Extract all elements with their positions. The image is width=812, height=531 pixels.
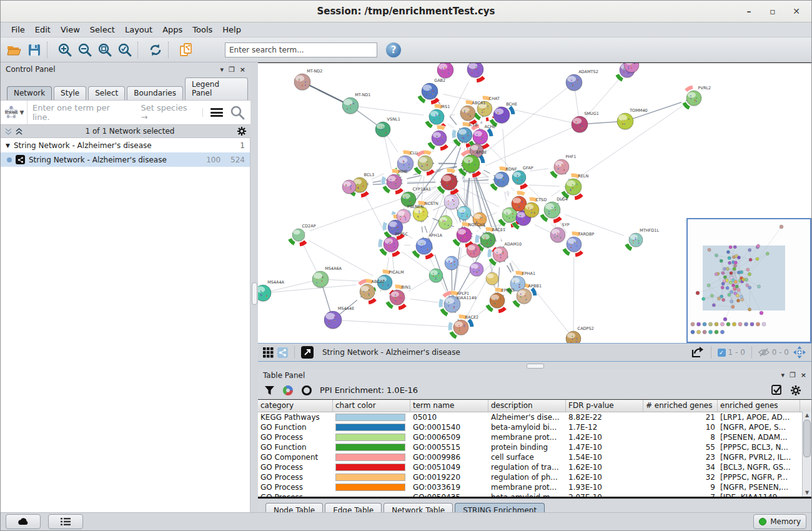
network-node[interactable]: [387, 174, 402, 190]
expand-triangle-icon[interactable]: ▼: [6, 142, 10, 149]
float-panel-icon[interactable]: ❐: [790, 371, 796, 379]
search-input[interactable]: [225, 42, 377, 57]
scroll-up-arrow[interactable]: ▲: [805, 412, 809, 419]
refresh-button[interactable]: [146, 41, 166, 59]
network-node[interactable]: [444, 194, 459, 210]
column-header-fdr-p-value[interactable]: FDR p-value: [566, 400, 643, 412]
column-header-category[interactable]: category: [258, 400, 333, 412]
filter-icon[interactable]: [264, 385, 275, 395]
network-node[interactable]: [524, 202, 539, 218]
network-node[interactable]: [429, 109, 444, 125]
memory-button[interactable]: Memory: [753, 514, 806, 529]
donut-chart-icon[interactable]: [282, 385, 294, 396]
network-node[interactable]: [572, 116, 588, 134]
network-node[interactable]: [445, 256, 458, 270]
column-header-term-name[interactable]: term name: [410, 400, 488, 412]
network-node[interactable]: [292, 229, 305, 242]
string-protein-query-selector[interactable]: STRING ▼: [1, 101, 27, 124]
collapse-all-icon[interactable]: [4, 127, 12, 136]
network-node[interactable]: [494, 172, 509, 187]
network-node[interactable]: [457, 206, 471, 221]
grid-view-icon[interactable]: [263, 347, 274, 358]
tab-network[interactable]: Network: [7, 86, 52, 100]
zoom-in-button[interactable]: [55, 41, 75, 59]
network-tree-row[interactable]: String Network - Alzheimer's disease1005…: [1, 152, 250, 167]
network-edge[interactable]: [532, 98, 694, 210]
network-node[interactable]: [360, 284, 375, 300]
enrichment-row[interactable]: GO ProcessGO:0051049regulation of tra...…: [258, 462, 811, 472]
open-session-button[interactable]: [4, 41, 24, 59]
network-node[interactable]: [470, 262, 483, 277]
menu-item-layout[interactable]: Layout: [121, 24, 157, 36]
column-header-chart-color[interactable]: chart color: [333, 400, 410, 412]
expand-all-icon[interactable]: [15, 127, 23, 136]
birds-eye-view[interactable]: [686, 218, 811, 343]
network-node[interactable]: [550, 227, 565, 243]
network-options-gear-icon[interactable]: [237, 126, 247, 136]
tab-boundaries[interactable]: Boundaries: [127, 86, 183, 100]
network-node[interactable]: [457, 227, 472, 243]
network-node[interactable]: [342, 180, 356, 194]
network-node[interactable]: [460, 106, 475, 121]
zoom-selected-button[interactable]: [115, 41, 135, 59]
network-node[interactable]: [324, 311, 342, 330]
string-query-input[interactable]: Enter one term per line. Set species →: [27, 101, 199, 124]
divider-handle[interactable]: [252, 282, 257, 305]
enrichment-row[interactable]: GO FunctionGO:0005515protein binding1.47…: [258, 442, 811, 452]
panel-menu-icon[interactable]: ▾: [781, 371, 785, 379]
horizontal-splitter[interactable]: [258, 362, 811, 369]
network-node[interactable]: [441, 174, 457, 191]
network-node[interactable]: [432, 131, 447, 146]
network-node[interactable]: [438, 216, 452, 230]
enrichment-row[interactable]: GO ComponentGO:0009986cell surface1.54E-…: [258, 452, 811, 462]
network-node[interactable]: [512, 171, 526, 185]
network-node[interactable]: [493, 107, 510, 124]
network-node[interactable]: [480, 232, 495, 248]
network-node[interactable]: [312, 271, 329, 289]
enrichment-row[interactable]: GO ProcessGO:0033619membrane prot...1.93…: [258, 482, 811, 492]
splitter-grip[interactable]: [527, 364, 544, 369]
clone-network-button[interactable]: [176, 41, 196, 59]
task-history-button[interactable]: [48, 514, 83, 529]
menu-item-view[interactable]: View: [56, 24, 84, 36]
column-header-description[interactable]: description: [488, 400, 566, 412]
ring-chart-icon[interactable]: [301, 385, 312, 396]
network-tree-row[interactable]: ▼String Network - Alzheimer's disease1: [1, 138, 250, 152]
menu-item-apps[interactable]: Apps: [158, 24, 187, 36]
network-edge[interactable]: [573, 244, 574, 339]
tab-legend-panel[interactable]: Legend Panel: [185, 77, 248, 100]
zoom-fit-button[interactable]: [95, 41, 115, 59]
close-panel-icon[interactable]: ×: [801, 371, 806, 379]
table-vscrollbar[interactable]: ▲ ▼: [802, 412, 811, 497]
help-button[interactable]: ?: [386, 42, 401, 57]
network-node[interactable]: [490, 293, 505, 309]
network-node[interactable]: [554, 159, 569, 175]
settings-gear-icon[interactable]: [790, 385, 801, 396]
network-node[interactable]: [437, 63, 453, 79]
network-node[interactable]: [617, 113, 633, 131]
menu-item-edit[interactable]: Edit: [31, 24, 55, 36]
enrichment-row[interactable]: GO FunctionGO:0001540beta-amyloid bi...1…: [258, 422, 811, 432]
network-node[interactable]: [422, 83, 438, 101]
network-node[interactable]: [567, 237, 582, 252]
menu-item-select[interactable]: Select: [86, 24, 119, 36]
enrichment-row[interactable]: KEGG Pathways05010Alzheimer's dise...8.8…: [258, 412, 811, 422]
network-node[interactable]: [517, 289, 532, 304]
network-node[interactable]: [375, 122, 390, 137]
network-node[interactable]: [493, 247, 508, 262]
network-node[interactable]: [418, 156, 433, 171]
float-panel-icon[interactable]: ❐: [229, 66, 235, 74]
cloud-tasks-button[interactable]: [6, 514, 41, 529]
network-node[interactable]: [566, 331, 581, 343]
enrichment-row[interactable]: GO ProcessGO:0019220regulation of ph...1…: [258, 472, 811, 482]
network-node[interactable]: [467, 63, 483, 79]
share-view-icon[interactable]: [277, 347, 288, 358]
network-node[interactable]: [566, 74, 582, 92]
panel-menu-icon[interactable]: ▾: [220, 66, 224, 74]
table-hscrollbar[interactable]: [258, 497, 811, 499]
selected-checkbox-icon[interactable]: ✓: [718, 349, 726, 357]
network-node[interactable]: [473, 129, 488, 145]
network-node[interactable]: [686, 91, 701, 106]
network-node[interactable]: [462, 155, 480, 174]
network-node[interactable]: [457, 127, 472, 143]
